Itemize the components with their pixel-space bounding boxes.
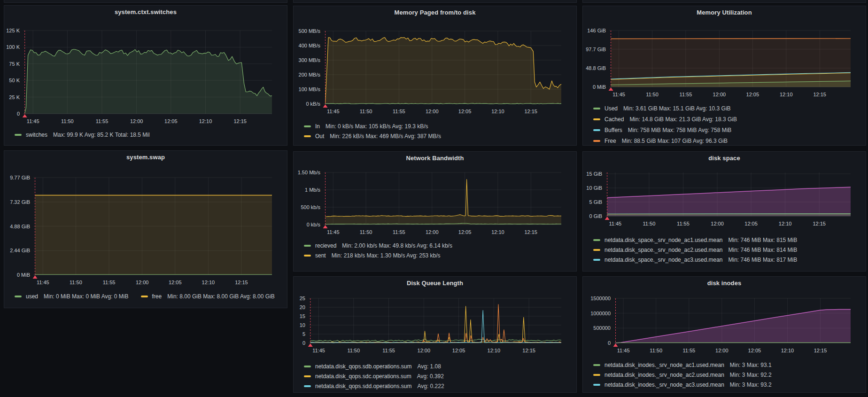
cropped-panel-top-left (4, 0, 287, 3)
y-tick-label: 125 K (6, 28, 20, 33)
legend-color-swatch[interactable] (593, 259, 600, 261)
legend-color-swatch[interactable] (304, 125, 311, 127)
legend-series-label[interactable]: netdata.disk_qops.sdd.operations.sum (315, 383, 411, 389)
panel-memory-paged: Memory Paged from/to disk 0 kB/s100 MB/s… (293, 6, 577, 146)
legend-series-label[interactable]: Used (604, 105, 618, 112)
legend-color-swatch[interactable] (304, 255, 311, 257)
x-tick-label: 12:05 (169, 280, 182, 285)
x-tick-label: 11:55 (103, 280, 116, 285)
legend-color-swatch[interactable] (304, 385, 311, 387)
chart-memutil[interactable]: 0 MiB48.8 GiB97.7 GiB146 GiB11:4511:5011… (583, 6, 867, 146)
legend-color-swatch[interactable] (304, 375, 311, 377)
y-tick-label: 500 kb/s (301, 204, 320, 210)
legend-series-label[interactable]: netdata.disk_qops.sdb.operations.sum (315, 363, 411, 370)
x-tick-label: 12:00 (130, 118, 143, 124)
legend-item: freeMin: 8.00 GiB Max: 8.00 GiB Avg: 8.0… (141, 293, 275, 300)
legend-color-swatch[interactable] (304, 135, 311, 137)
legend-series-label[interactable]: used (26, 293, 38, 300)
legend-series-label[interactable]: netdata.disk_space._srv_node_ac2.used.me… (604, 247, 723, 253)
annotation-marker[interactable] (323, 225, 328, 228)
legend-color-swatch[interactable] (304, 366, 311, 367)
legend-series-label[interactable]: netdata.disk_inodes._srv_node_ac2.used.m… (604, 372, 724, 378)
legend-series-stats: Min: 746 MiB Max: 817 MiB (728, 257, 798, 263)
chart-dspace[interactable]: 0 GiB5 GiB10 GiB15 GiB11:4511:5011:5512:… (583, 152, 867, 272)
y-tick-label: 20 (300, 304, 305, 310)
legend-item: netdata.disk_inodes._srv_node_ac3.used.m… (593, 381, 772, 388)
legend-series-label[interactable]: netdata.disk_space._srv_node_ac1.used.me… (604, 237, 723, 243)
legend-item: recievedMin: 2.00 kb/s Max: 49.8 kb/s Av… (304, 242, 452, 249)
panel-disk-space: disk space 0 GiB5 GiB10 GiB15 GiB11:4511… (582, 151, 866, 272)
x-tick-label: 12:05 (452, 348, 465, 353)
legend-color-swatch[interactable] (593, 374, 600, 376)
legend-color-swatch[interactable] (593, 249, 600, 251)
legend-series-label[interactable]: Out (315, 133, 324, 140)
annotation-marker[interactable] (33, 275, 38, 279)
x-tick-label: 12:00 (426, 229, 439, 235)
legend-series-label[interactable]: netdata.disk_inodes._srv_node_ac3.used.m… (604, 381, 724, 388)
legend-color-swatch[interactable] (593, 384, 600, 386)
legend-series-label[interactable]: Free (604, 138, 616, 144)
x-tick-label: 12:05 (458, 229, 472, 235)
series-sda (310, 304, 561, 343)
legend-color-swatch[interactable] (15, 296, 22, 297)
legend-series-label[interactable]: Cached (604, 116, 624, 123)
annotation-marker[interactable] (308, 343, 313, 347)
panel-disk-queue-length: Disk Queue Length 051015202511:4511:5011… (293, 276, 577, 393)
x-tick-label: 11:45 (617, 348, 630, 353)
legend-item: netdata.disk_qops.sdb.operations.sumAvg:… (304, 363, 441, 370)
x-tick-label: 12:10 (491, 229, 504, 235)
legend-color-swatch[interactable] (593, 129, 600, 131)
legend-series-label[interactable]: netdata.disk_space._srv_node_ac3.used.me… (604, 257, 723, 263)
legend-series-label[interactable]: switches (26, 132, 47, 138)
legend-series-stats: Min: 758 MiB Max: 758 MiB Avg: 758 MiB (628, 127, 732, 133)
legend-series-label[interactable]: sent (315, 252, 326, 259)
legend-series-label[interactable]: In (315, 123, 320, 130)
legend-series-stats: Min: 746 MiB Max: 815 MiB (728, 237, 798, 243)
legend-series-label[interactable]: netdata.disk_inodes._srv_node_ac1.used.m… (604, 362, 724, 368)
annotation-marker[interactable] (23, 114, 27, 117)
y-tick-label: 15 GiB (586, 171, 602, 177)
panel-network-bandwidth: Network Bandwidth 0 kb/s500 kb/s1 Mb/s1.… (293, 151, 577, 272)
legend-color-swatch[interactable] (593, 140, 600, 142)
legend-series-stats: Min: 746 MiB Max: 814 MiB (728, 247, 798, 253)
legend-color-swatch[interactable] (141, 296, 148, 297)
legend-item: UsedMin: 3.61 GiB Max: 15.1 GiB Avg: 10.… (593, 105, 731, 112)
legend-color-swatch[interactable] (593, 364, 600, 366)
legend: usedMin: 0 MiB Max: 0 MiB Avg: 0 MiBfree… (15, 293, 275, 300)
legend-item: netdata.disk_qops.sdc.operations.sumAvg:… (304, 373, 444, 380)
x-tick-label: 12:10 (199, 118, 212, 124)
annotation-marker[interactable] (609, 87, 613, 91)
x-tick-label: 11:50 (650, 348, 662, 353)
y-tick-label: 5 (302, 331, 305, 337)
chart-swap[interactable]: 0 MiB2.44 GiB4.88 GiB7.32 GiB9.77 GiB11:… (4, 151, 288, 309)
annotation-marker[interactable] (613, 343, 618, 347)
legend-color-swatch[interactable] (304, 245, 311, 247)
chart-ctxt[interactable]: 025 K50 K75 K100 K125 K11:4511:5011:5512… (4, 6, 288, 146)
legend-color-swatch[interactable] (593, 118, 600, 120)
x-tick-label: 12:05 (746, 92, 760, 97)
annotation-marker[interactable] (605, 217, 610, 220)
x-tick-label: 11:55 (382, 348, 395, 353)
x-tick-label: 12:00 (136, 280, 149, 285)
legend-series-label[interactable]: free (152, 293, 162, 300)
x-tick-label: 11:45 (27, 118, 39, 124)
x-tick-label: 12:00 (418, 348, 431, 353)
legend-series-label[interactable]: recieved (315, 242, 336, 249)
legend-item: OutMin: 226 kB/s Max: 469 MB/s Avg: 387 … (304, 133, 441, 140)
legend-color-swatch[interactable] (593, 239, 600, 241)
x-tick-label: 12:15 (233, 118, 247, 124)
legend-item: InMin: 0 kB/s Max: 105 kB/s Avg: 19.3 kB… (304, 123, 428, 130)
x-tick-label: 11:45 (327, 229, 340, 235)
y-tick-label: 10 GiB (586, 185, 602, 191)
x-tick-label: 11:45 (312, 348, 325, 353)
legend-color-swatch[interactable] (593, 108, 600, 109)
legend-series-label[interactable]: netdata.disk_qops.sdc.operations.sum (315, 373, 411, 380)
y-tick-label: 25 K (9, 94, 20, 100)
annotation-marker[interactable] (323, 104, 328, 108)
legend-series-stats: Min: 3 Max: 92.2 (730, 372, 772, 378)
legend-series-stats: Avg: 0.222 (417, 383, 444, 389)
legend-color-swatch[interactable] (15, 134, 22, 136)
legend-series-label[interactable]: Buffers (604, 127, 622, 133)
legend-series-stats: Min: 3 Max: 93.2 (730, 381, 772, 388)
x-tick-label: 12:05 (744, 221, 758, 226)
